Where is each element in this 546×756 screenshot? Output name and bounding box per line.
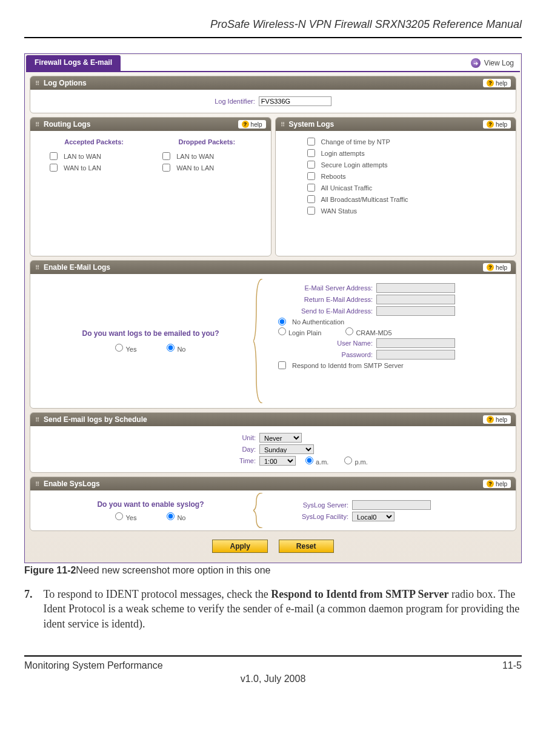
panel-title: Enable E-Mail Logs	[44, 263, 110, 272]
help-button[interactable]: ?help	[483, 263, 511, 272]
syslog-server-input[interactable]	[352, 500, 431, 510]
button-row: Apply Reset	[30, 535, 516, 558]
time-select[interactable]: 1:00	[259, 456, 296, 466]
tab-bar: Firewall Logs & E-mail ➜ View Log	[26, 55, 520, 71]
panel-title: Send E-mail logs by Schedule	[44, 415, 147, 424]
grip-icon: ⠿	[35, 264, 40, 271]
grip-icon: ⠿	[281, 121, 285, 128]
panel-syslogs: ⠿ Enable SysLogs ?help Do you want to en…	[30, 477, 516, 531]
footer-right: 11-5	[502, 660, 522, 671]
brace-icon	[253, 493, 265, 528]
syslog-no-option[interactable]: No	[167, 512, 185, 521]
syslog-login-checkbox[interactable]	[307, 149, 315, 157]
footer-left: Monitoring System Performance	[24, 660, 163, 671]
dropped-header: Dropped Packets:	[150, 138, 263, 146]
syslog-no-radio[interactable]	[167, 512, 175, 520]
help-icon: ?	[487, 79, 494, 87]
pm-radio[interactable]	[344, 457, 352, 464]
dropped-wan-lan-checkbox[interactable]	[162, 164, 170, 172]
help-icon: ?	[487, 264, 494, 271]
panel-title: Enable SysLogs	[44, 480, 100, 488]
help-icon: ?	[242, 121, 249, 128]
help-button[interactable]: ?help	[483, 415, 511, 424]
grip-icon: ⠿	[35, 80, 40, 87]
accepted-wan-lan-checkbox[interactable]	[50, 164, 58, 172]
syslog-wan-checkbox[interactable]	[307, 207, 315, 215]
help-icon: ?	[487, 416, 494, 423]
am-radio[interactable]	[305, 457, 313, 464]
syslog-ntp-checkbox[interactable]	[307, 138, 315, 146]
help-button[interactable]: ?help	[483, 120, 511, 129]
syslog-broadcast-checkbox[interactable]	[307, 195, 315, 203]
log-identifier-label: Log Identifier:	[215, 98, 255, 105]
panel-schedule: ⠿ Send E-mail logs by Schedule ?help Uni…	[30, 412, 516, 473]
brace-icon	[253, 279, 265, 403]
panel-title: Log Options	[44, 79, 87, 87]
no-auth-radio[interactable]	[278, 318, 286, 326]
syslog-yes-radio[interactable]	[115, 512, 123, 520]
log-identifier-input[interactable]	[259, 96, 331, 106]
reset-button[interactable]: Reset	[279, 540, 334, 553]
syslog-yes-option[interactable]: Yes	[115, 512, 136, 521]
syslog-secure-checkbox[interactable]	[307, 161, 315, 169]
dropped-lan-wan-checkbox[interactable]	[162, 152, 170, 160]
view-log-label: View Log	[484, 59, 514, 67]
email-no-radio[interactable]	[167, 344, 175, 352]
login-plain-radio[interactable]	[278, 327, 286, 335]
help-button[interactable]: ?help	[483, 79, 511, 87]
grip-icon: ⠿	[35, 481, 40, 487]
help-icon: ?	[487, 480, 494, 487]
apply-button[interactable]: Apply	[212, 540, 267, 553]
accepted-lan-wan-checkbox[interactable]	[50, 152, 58, 160]
figure-caption: Figure 11-2Need new screenshot more opti…	[24, 565, 522, 576]
syslog-unicast-checkbox[interactable]	[307, 184, 315, 192]
cram-md5-radio[interactable]	[345, 327, 353, 335]
help-button[interactable]: ?help	[238, 120, 266, 129]
panel-title: Routing Logs	[44, 120, 90, 129]
email-question: Do you want logs to be emailed to you?	[82, 329, 219, 338]
syslog-question: Do you want to enable syslog?	[38, 500, 264, 509]
identd-checkbox[interactable]	[278, 361, 286, 369]
document-footer: Monitoring System Performance 11-5	[24, 657, 522, 671]
grip-icon: ⠿	[35, 416, 40, 423]
tab-firewall-logs[interactable]: Firewall Logs & E-mail	[26, 55, 121, 71]
step-7: 7. To respond to IDENT protocol messages…	[24, 587, 522, 631]
panel-log-options: ⠿ Log Options ?help Log Identifier:	[30, 76, 516, 113]
panel-system-logs: ⠿ System Logs ?help Change of time by NT…	[275, 117, 517, 256]
footer-version: v1.0, July 2008	[24, 674, 522, 684]
view-log-link[interactable]: ➜ View Log	[465, 55, 520, 71]
email-return-input[interactable]	[376, 295, 455, 304]
screenshot-frame: Firewall Logs & E-mail ➜ View Log ⠿ Log …	[24, 53, 522, 563]
grip-icon: ⠿	[35, 121, 40, 128]
day-select[interactable]: Sunday	[259, 444, 314, 454]
syslog-facility-select[interactable]: Local0	[352, 512, 395, 521]
email-yes-option[interactable]: Yes	[115, 344, 136, 353]
email-sendto-input[interactable]	[376, 306, 455, 316]
panel-title: System Logs	[289, 120, 335, 129]
email-no-option[interactable]: No	[167, 344, 185, 353]
email-server-input[interactable]	[376, 283, 455, 293]
syslog-reboots-checkbox[interactable]	[307, 172, 315, 180]
email-user-input[interactable]	[376, 338, 455, 348]
help-button[interactable]: ?help	[483, 480, 511, 488]
panel-routing-logs: ⠿ Routing Logs ?help Accepted Packets: D…	[30, 117, 271, 256]
panel-email-logs: ⠿ Enable E-Mail Logs ?help Do you want l…	[30, 260, 516, 409]
unit-select[interactable]: Never	[259, 433, 302, 443]
email-pass-input[interactable]	[376, 350, 455, 360]
document-header: ProSafe Wireless-N VPN Firewall SRXN3205…	[24, 18, 522, 38]
email-yes-radio[interactable]	[115, 344, 123, 352]
accepted-header: Accepted Packets:	[38, 138, 150, 146]
help-icon: ?	[487, 121, 494, 128]
arrow-right-icon: ➜	[471, 58, 481, 68]
